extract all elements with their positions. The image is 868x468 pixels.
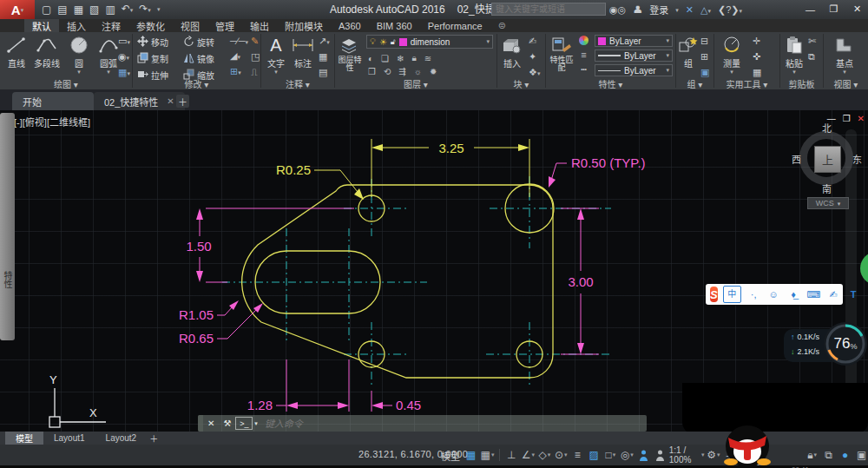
graphics-perf-group-icon[interactable]: ⧉ [821, 447, 836, 463]
layer-select-dropdown[interactable]: 💡︎ ☀ 🔓︎ dimension ▾ [366, 35, 493, 49]
panel-label-clipboard[interactable]: 剪贴板 [780, 77, 823, 89]
ribbon-tab-manage[interactable]: 管理 [207, 19, 242, 32]
polar-tracking-toggle[interactable]: ∠▾ [521, 447, 536, 463]
sogou-punctuation-icon[interactable]: ·, [746, 287, 761, 302]
panel-label-annotate[interactable]: 注释 ▾ [261, 77, 334, 89]
layer-unisolate-icon[interactable]: ❒ [368, 67, 376, 76]
sogou-logo[interactable]: S [710, 287, 718, 302]
base-point-tool[interactable]: 基点▾ [831, 34, 858, 74]
layer-off-icon[interactable]: ◐ [368, 54, 373, 63]
open-file-icon[interactable]: ▤ [57, 3, 67, 16]
annotation-scale-dropdown[interactable]: 1:1 / 100%▾ [669, 447, 705, 463]
search-input[interactable] [491, 3, 606, 16]
quick-select-icon[interactable]: ✛ [753, 36, 761, 47]
copy-tool[interactable]: 复制 [137, 52, 168, 65]
properties-palette-bar[interactable]: 特性 [0, 113, 15, 340]
hardware-acceleration-icon[interactable]: ● [838, 447, 852, 463]
clean-screen-icon[interactable]: ▣ [854, 447, 868, 463]
transparency-toggle[interactable]: ▨ [587, 447, 602, 463]
snap-mode-toggle[interactable]: ▦ [464, 447, 478, 463]
fillet-tool-icon[interactable]: ◢▾ [230, 50, 248, 62]
redo-icon[interactable]: ↷▾ [139, 2, 151, 17]
ribbon-tab-view[interactable]: 视图 [173, 19, 207, 32]
signin-button[interactable]: 登录 [649, 3, 668, 16]
undo-icon[interactable]: ↶▾ [122, 2, 134, 17]
file-tab-close-icon[interactable]: ✕ [167, 96, 174, 106]
paste-tool[interactable]: 粘贴▾ [782, 34, 806, 74]
netspeed-widget[interactable]: ↑0.1K/s ↓2.1K/s 76% [784, 320, 868, 367]
command-wrench-icon[interactable]: ⚒ [223, 419, 231, 428]
sogou-lang-button[interactable]: 中 [723, 286, 741, 303]
layer-on-all-icon[interactable]: ✹ [430, 67, 437, 76]
search-binoculars-icon[interactable]: ◉◎ [609, 4, 626, 16]
line-tool[interactable]: 直线 [2, 34, 31, 69]
ribbon-tab-insert[interactable]: 插入 [59, 19, 94, 32]
window-close-button[interactable]: ✕ [852, 3, 863, 15]
panel-label-view[interactable]: 视图 ▾ [824, 77, 868, 89]
erase-tool-icon[interactable]: ✎ [251, 36, 260, 47]
panel-label-block[interactable]: 块 ▾ [497, 77, 545, 89]
command-grip-handle[interactable] [198, 415, 203, 432]
mirror-tool[interactable]: 镜像 [183, 52, 214, 65]
measure-tool[interactable]: 测量▾ [718, 34, 746, 74]
panel-label-utilities[interactable]: 实用工具 ▾ [714, 77, 779, 89]
color-dropdown[interactable]: ByLayer▾ [595, 35, 673, 47]
qq-penguin-icon[interactable] [722, 424, 773, 465]
trim-tool-icon[interactable]: ─∕─▾ [230, 36, 248, 46]
layer-freeze-icon[interactable]: ❄︎ [397, 54, 404, 63]
lineweight-icon[interactable]: ≡ [581, 49, 586, 60]
layer-walk-icon[interactable]: ⇶ [398, 67, 405, 76]
rectangle-tool-icon[interactable]: ▭▾ [118, 36, 130, 47]
ribbon-tab-default[interactable]: 默认 [24, 19, 59, 32]
move-tool[interactable]: 移动 [137, 36, 168, 49]
array-tool-icon[interactable]: ⊞▾ [230, 66, 248, 77]
ribbon-collapse-button[interactable]: ⊜ [490, 19, 514, 32]
file-tab-start[interactable]: 开始 [12, 92, 94, 110]
sogou-mic-icon[interactable]: ♦̲ [786, 287, 801, 302]
command-recent-caret-icon[interactable]: ▾ [254, 421, 258, 425]
autoscale-icon[interactable] [653, 447, 667, 463]
autocad-logo-menu[interactable]: A▾ [0, 0, 35, 19]
performance-gauge[interactable]: 76% [822, 320, 868, 367]
match-properties-tool[interactable]: 特性匹配 [548, 34, 575, 72]
viewcube-west[interactable]: 西 [792, 152, 801, 166]
block-create-icon[interactable]: ✦ [529, 51, 540, 63]
selection-cycling-toggle[interactable]: □▾ [603, 447, 618, 463]
id-point-icon[interactable]: ✜ [753, 51, 761, 63]
command-line-bar[interactable]: ✕ ⚒ >_ ▾ [198, 415, 647, 432]
layout-tab-layout2[interactable]: Layout2 [95, 432, 148, 445]
model-space-label[interactable]: 模型 [441, 449, 460, 463]
leader-r050[interactable]: R0.50 (TYP.) [549, 155, 646, 188]
block-edit-icon[interactable]: ✍ [529, 36, 540, 47]
new-tab-button[interactable]: ＋ [176, 95, 189, 108]
ribbon-tab-a360[interactable]: A360 [331, 19, 369, 32]
exchange-apps-icon[interactable]: ✕ [686, 4, 694, 16]
autodesk-app-icon[interactable]: △▾ [700, 4, 711, 16]
grid-display-toggle[interactable]: ▦▾ [480, 447, 495, 463]
isodraft-toggle[interactable]: ◇▾ [537, 447, 552, 463]
command-input[interactable] [263, 418, 527, 430]
window-maximize-button[interactable]: ❐ [828, 3, 839, 15]
panel-label-properties[interactable]: 特性 ▾ [546, 77, 675, 89]
rotate-tool[interactable]: 旋转 [183, 36, 214, 49]
signin-caret-icon[interactable]: ▾ [675, 8, 679, 12]
circle-tool[interactable]: 圆▾ [64, 34, 94, 74]
sogou-input-toolbar[interactable]: S 中 ·, ☺ ♦̲ ⌨ ✍ T ⚒ [706, 284, 843, 305]
sogou-handwriting-icon[interactable]: ✍ [826, 287, 841, 302]
ribbon-tab-addins[interactable]: 附加模块 [277, 19, 331, 32]
layer-thaw-all-icon[interactable]: ☼ [414, 67, 422, 76]
ribbon-tab-bim360[interactable]: BIM 360 [369, 19, 420, 32]
viewport-controls-label[interactable]: [-][俯视][二维线框] [14, 115, 90, 129]
dynamic-ucs-toggle[interactable]: ◎▾ [620, 447, 635, 463]
sogou-keyboard-icon[interactable]: ⌨ [806, 287, 821, 302]
plot-icon[interactable]: ▥ [105, 3, 115, 16]
layer-prev-icon[interactable]: ⟲ [384, 67, 391, 76]
dimension-bottom-left[interactable]: 1.28 [247, 359, 349, 412]
dimension-left[interactable]: 1.50 [186, 208, 354, 282]
save-as-icon[interactable]: ▧ [89, 3, 99, 16]
leader-r025[interactable]: R0.25 [276, 162, 364, 200]
window-minimize-button[interactable]: — [805, 3, 816, 15]
group-tool[interactable]: 组 [677, 34, 700, 69]
table-tool-icon[interactable]: ▦ [319, 51, 330, 63]
group-edit-icon[interactable]: ⊞ [700, 51, 709, 63]
